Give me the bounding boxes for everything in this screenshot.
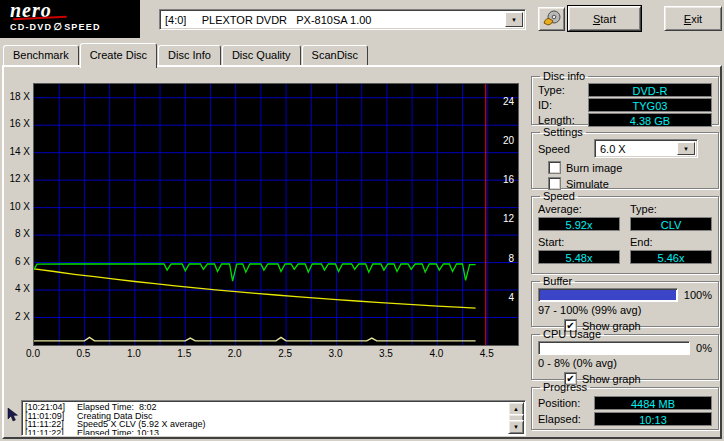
tab-bar: Benchmark Create Disc Disc Info Disc Qua…	[3, 45, 369, 65]
disc-info-panel: Disc info Type: DVD-R ID: TYG03 Length: …	[531, 70, 719, 125]
axis-tick-label: 16 X	[5, 118, 30, 129]
axis-tick-label: 2.0	[223, 348, 247, 359]
axis-tick-label: 6 X	[5, 256, 30, 267]
disc-id-value: TYG03	[588, 98, 712, 112]
speed-y-axis: 18 X16 X14 X12 X10 X8 X6 X4 X2 X	[5, 83, 32, 344]
buffer-range-text: 97 - 100% (99% avg)	[538, 304, 712, 316]
log-scrollbar[interactable]: ▲ ▼	[508, 402, 524, 434]
cpu-usage-panel: CPU Usage 0% 0 - 8% (0% avg) ✔ Show grap…	[531, 328, 719, 380]
cpu-bar	[538, 341, 690, 355]
chevron-down-glyph: ▼	[511, 17, 517, 23]
simulate-checkbox[interactable]: Simulate	[548, 177, 712, 190]
log-area: [10:21:04]Elapsed Time: 8:02 [11:01:09]C…	[5, 400, 526, 436]
cd-dvd-speed-logo-text: CD-DVD∅SPEED	[10, 21, 140, 32]
axis-tick-label: 8 X	[5, 228, 30, 239]
axis-tick-label: 2.5	[273, 348, 297, 359]
axis-tick-label: 10 X	[5, 201, 30, 212]
chevron-down-icon[interactable]: ▼	[505, 12, 523, 27]
burn-image-checkbox[interactable]: Burn image	[548, 161, 712, 174]
axis-tick-label: 14 X	[5, 146, 30, 157]
axis-tick-label: 12 X	[5, 173, 30, 184]
checkbox-box	[548, 177, 561, 190]
exit-button[interactable]: Exit	[664, 6, 722, 31]
burn-image-label: Burn image	[566, 162, 622, 174]
start-speed-value: 5.48x	[538, 250, 620, 264]
cpu-range-text: 0 - 8% (0% avg)	[538, 357, 712, 369]
simulate-label: Simulate	[566, 178, 609, 190]
settings-panel: Settings Speed 6.0 X ▼ Burn image Simula…	[531, 126, 719, 189]
log-time: [11:11:22]	[25, 429, 77, 437]
nero-logo: nero CD-DVD∅SPEED	[0, 0, 140, 38]
side-panel-column: Disc info Type: DVD-R ID: TYG03 Length: …	[531, 70, 719, 431]
chevron-down-icon[interactable]: ▼	[677, 142, 695, 155]
elapsed-value: 10:13	[594, 412, 712, 426]
progress-panel: Progress Position: 4484 MB Elapsed: 10:1…	[531, 381, 719, 430]
write-speed-line	[34, 264, 476, 281]
axis-tick-label: 2 X	[5, 311, 30, 322]
axis-tick-label: 1.5	[172, 348, 196, 359]
tab-disc-quality[interactable]: Disc Quality	[222, 45, 301, 65]
buffer-title: Buffer	[540, 275, 575, 287]
log-text: Elapsed Time: 10:13	[77, 428, 159, 437]
average-label: Average:	[538, 203, 620, 215]
tab-create-disc[interactable]: Create Disc	[80, 43, 157, 68]
slashed-circle-icon: ∅	[53, 21, 63, 32]
speed-select-value: 6.0 X	[595, 143, 675, 155]
average-speed-value: 5.92x	[538, 217, 620, 231]
end-speed-value: 5.46x	[630, 250, 712, 264]
progress-title: Progress	[540, 381, 590, 393]
speed-label: Speed	[538, 143, 594, 155]
cpu-usage-line	[34, 337, 476, 341]
speed-type-value: CLV	[630, 217, 712, 231]
drive-options-button[interactable]	[538, 7, 565, 31]
speed-panel-title: Speed	[540, 190, 578, 202]
nero-cd-dvd-speed-window: nero CD-DVD∅SPEED [4:0] PLEXTOR DVDR PX-…	[0, 0, 724, 441]
chart-x-axis: 0.00.51.01.52.02.53.03.54.04.5	[33, 348, 519, 360]
disc-info-title: Disc info	[540, 70, 588, 82]
start-button-label: Start	[593, 13, 616, 25]
cpu-show-graph-label: Show graph	[582, 373, 641, 385]
axis-tick-label: 0.5	[71, 348, 95, 359]
buffer-bar	[538, 288, 678, 302]
create-disc-tab-page: 18 X16 X14 X12 X10 X8 X6 X4 X2 X 2420161…	[2, 65, 722, 439]
checkbox-box	[548, 161, 561, 174]
nero-logo-text: nero	[10, 1, 140, 19]
cpu-usage-title: CPU Usage	[540, 328, 604, 340]
exit-button-label: Exit	[684, 13, 702, 25]
disc-type-value: DVD-R	[588, 83, 712, 97]
tab-disc-info[interactable]: Disc Info	[158, 45, 221, 65]
settings-title: Settings	[540, 126, 586, 138]
drive-select-value: [4:0] PLEXTOR DVDR PX-810SA 1.00	[160, 14, 503, 26]
axis-tick-label: 4 X	[5, 283, 30, 294]
axis-tick-label: 18 X	[5, 91, 30, 102]
log-entry: [11:11:22]Elapsed Time: 10:13	[25, 429, 505, 437]
elapsed-label: Elapsed:	[538, 413, 588, 425]
buffer-bar-fill	[540, 290, 676, 300]
axis-tick-label: 1.0	[122, 348, 146, 359]
disc-id-label: ID:	[538, 99, 584, 111]
disc-type-label: Type:	[538, 84, 584, 96]
event-log-list[interactable]: [10:21:04]Elapsed Time: 8:02 [11:01:09]C…	[21, 400, 526, 436]
cpu-percent: 0%	[696, 342, 712, 354]
scroll-down-icon[interactable]: ▼	[508, 420, 524, 434]
disc-length-label: Length:	[538, 114, 584, 126]
axis-tick-label: 4.5	[475, 348, 499, 359]
scroll-up-glyph: ▲	[513, 405, 519, 414]
tab-scandisc[interactable]: ScanDisc	[302, 45, 368, 65]
hand-disc-icon	[543, 10, 561, 28]
position-value: 4484 MB	[594, 396, 712, 410]
tab-benchmark[interactable]: Benchmark	[3, 45, 79, 65]
end-speed-label: End:	[630, 236, 712, 248]
start-speed-label: Start:	[538, 236, 620, 248]
drive-select[interactable]: [4:0] PLEXTOR DVDR PX-810SA 1.00 ▼	[159, 9, 526, 30]
chart-plot-area	[34, 84, 518, 345]
axis-tick-label: 3.0	[324, 348, 348, 359]
chevron-down-glyph: ▼	[683, 146, 689, 152]
scroll-down-glyph: ▼	[513, 423, 519, 432]
logo-sub-right: SPEED	[64, 22, 101, 32]
logo-sub-left: CD-DVD	[10, 22, 52, 32]
write-speed-chart: 2420161284	[33, 83, 519, 346]
rotation-speed-line	[34, 269, 476, 308]
speed-select[interactable]: 6.0 X ▼	[594, 139, 698, 158]
start-button[interactable]: Start	[568, 6, 641, 31]
